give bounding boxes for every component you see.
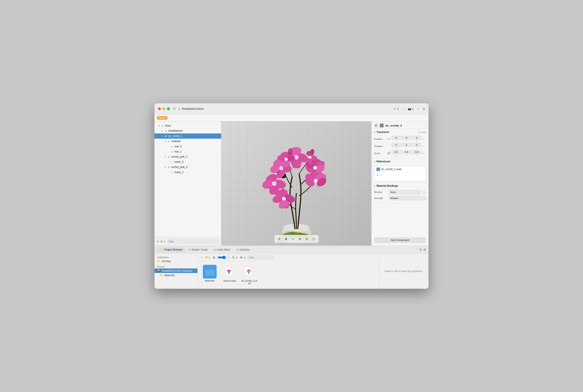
more-button[interactable]: ··· [423, 124, 426, 128]
all-files-label: All Files [162, 260, 171, 263]
left-panel-bottom: + ⚙ ∨ [155, 237, 221, 246]
share-button[interactable]: ⑂ [403, 107, 404, 110]
tree-item-mesh0[interactable]: ▸ ⬡ mesh_0 [155, 159, 221, 164]
sidebar-button[interactable]: ⊡ [423, 107, 425, 110]
position-z-input[interactable] [412, 136, 422, 140]
strength-select[interactable]: Weaker [389, 196, 426, 200]
y-axis-label: Y [406, 154, 407, 156]
scene-label[interactable]: Scene [157, 116, 167, 120]
file-filter-input[interactable] [248, 256, 273, 260]
add-component-button[interactable]: Add Component [374, 238, 426, 243]
materials-item[interactable]: 📁 Materials [155, 273, 197, 278]
position-row: Position cm X Y Z [372, 136, 428, 142]
filter-input[interactable] [167, 240, 219, 244]
material-icon: ◎ [170, 150, 174, 153]
scale-tool[interactable]: ⊖ [304, 236, 310, 242]
bottom-tab-right: ⊡ ⊟ [419, 248, 426, 251]
list-icon[interactable]: ≡ [173, 107, 175, 111]
material-bindings-title: Material Bindings [376, 184, 426, 188]
orbit-tool[interactable]: ↺ [276, 236, 282, 242]
full-screen-button[interactable]: ⊟ [423, 248, 426, 251]
svg-point-12 [273, 182, 275, 184]
add-button[interactable]: + [417, 107, 419, 110]
tree-item-material[interactable]: ▾ ◎ material [155, 139, 221, 144]
materials-label: Materials [164, 274, 175, 277]
scale-link: 🔗 [387, 152, 390, 155]
tree-item-orchid-pink-1[interactable]: ▾ ⊕ orchid_pink_1 [155, 154, 221, 159]
svg-point-54 [309, 156, 312, 159]
tree-options-button[interactable]: ⚙ ∨ [160, 240, 165, 243]
zoom-slider[interactable] [218, 256, 230, 259]
tree-item-label: orchid_pink_1 [171, 155, 188, 158]
strength-label: Strength [374, 197, 387, 200]
move-tool[interactable]: ⊹ [290, 236, 296, 242]
tree-item-dc-orchid-2[interactable]: ▾ ⊕ dc_orchid_2 [155, 134, 221, 139]
binding-select[interactable]: None [389, 190, 421, 194]
rotation-x-wrap: X [391, 143, 401, 149]
maximize-button[interactable] [167, 108, 170, 110]
add-reference-button[interactable]: + [376, 173, 378, 177]
position-reset-button[interactable]: ↺ [422, 138, 426, 140]
tab-audio-mixer[interactable]: ||| Audio Mixer [211, 247, 233, 252]
references-section-header[interactable]: ▾ References [372, 158, 428, 165]
tree-item-gridmaterial[interactable]: ▸ ⊕ GridMaterial [155, 128, 221, 134]
main-content: ▾ ⊕ Root ▸ ⊕ GridMaterial ▾ ⊕ dc_orchid_… [155, 122, 428, 246]
transform-section-header[interactable]: ▾ Transform ⊡ Local [372, 129, 428, 136]
new-asset-button[interactable]: ⊕ [212, 255, 216, 260]
tree-item-mat0[interactable]: ▸ ◎ mat_0 [155, 144, 221, 149]
remove-reference-button[interactable]: − [380, 173, 382, 177]
transform-title: Transform [376, 131, 418, 134]
scale-y-input[interactable] [402, 150, 411, 154]
split-view-button[interactable]: ⊡ [419, 248, 422, 251]
scale-reset-button[interactable]: ↺ [422, 152, 426, 155]
rp-header: ▶ dc_orchid_2 ··· [372, 122, 428, 129]
sort-button[interactable]: ⇅ ∨ [232, 255, 238, 260]
file-item-materials[interactable]: Materials [201, 265, 218, 285]
strength-select-wrap: Weaker [389, 196, 426, 200]
rotation-x-input[interactable] [391, 143, 401, 147]
tab-statistics[interactable]: ||| Statistics [233, 247, 253, 252]
camera-tool[interactable]: ⬡ [311, 236, 317, 242]
binding-info-button[interactable]: i [422, 190, 426, 194]
position-unit: cm [387, 138, 390, 140]
rotation-unit: ° [387, 145, 390, 147]
titlebar-right: ↩ ∨ ⑂ 📷 ∨ + ⊡ [394, 107, 425, 110]
rotate-tool[interactable]: ⊕ [297, 236, 303, 242]
translate-tool[interactable]: ✚ [283, 236, 289, 242]
tree-item-root[interactable]: ▾ ⊕ Root [155, 123, 221, 128]
material-bindings-section: ▾ Material Bindings Binding None i Stren… [372, 183, 428, 203]
file-item-scene[interactable]: Scene.usda [221, 265, 238, 285]
tree-item-mesh1[interactable]: ▸ ⬡ mesh_1 [155, 170, 221, 175]
new-folder-button[interactable]: 📁+ [204, 255, 211, 260]
window-title: RealityKitContent [182, 107, 204, 110]
position-y-wrap: Y [402, 136, 411, 142]
filter-options-button[interactable]: ⚙ ∨ [240, 255, 246, 260]
scale-z-input[interactable] [412, 150, 422, 154]
tab-project-browser[interactable]: 📁 Project Browser [157, 247, 186, 252]
tab-shader-graph[interactable]: ⊞ Shader Graph [186, 247, 211, 252]
tree-item-orchid-pink-0[interactable]: ▾ ⊕ orchid_pink_0 [155, 164, 221, 170]
rotation-y-input[interactable] [402, 143, 411, 147]
camera-button[interactable]: 📷 ∨ [408, 107, 414, 110]
all-files-item[interactable]: 📁 All Files [155, 259, 197, 264]
tab-label: Project Browser [164, 248, 183, 251]
minimize-button[interactable] [163, 108, 165, 110]
file-browser-toolbar: ↑ 📁+ ⊕ ⇅ ∨ ⚙ ∨ [198, 254, 379, 261]
viewport[interactable]: ↺ ✚ ⊹ ⊕ ⊖ ⬡ [221, 122, 371, 246]
svg-point-25 [282, 197, 286, 200]
scale-x-input[interactable] [391, 150, 401, 154]
rotation-z-input[interactable] [412, 143, 422, 147]
rotation-reset-button[interactable]: ↺ [422, 145, 426, 148]
close-button[interactable] [158, 108, 161, 110]
position-x-input[interactable] [391, 136, 401, 140]
file-item-dc-orchid[interactable]: dc_orchid_2.usdz [241, 265, 258, 285]
link-button[interactable]: ↩ ∨ [394, 107, 399, 110]
play-button[interactable]: ▶ [374, 124, 378, 128]
import-button[interactable]: ↑ [200, 255, 203, 260]
tree-item-mat1[interactable]: ▸ ◎ mat_1 [155, 149, 221, 154]
tree-item-label: mesh_0 [174, 160, 184, 164]
material-bindings-header[interactable]: ▾ Material Bindings [372, 183, 428, 189]
position-y-input[interactable] [402, 136, 411, 140]
add-tree-item-button[interactable]: + [157, 240, 159, 244]
rkassets-item[interactable]: 📦 RealityKitContent.rkassets [155, 268, 197, 273]
